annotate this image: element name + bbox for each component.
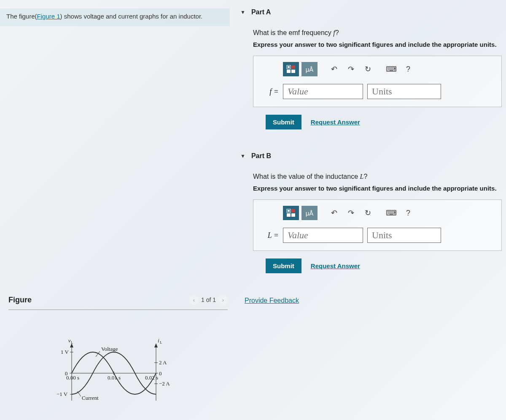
redo-icon[interactable]: ↷ [344,62,358,76]
svg-rect-34 [291,209,295,213]
keyboard-icon[interactable]: ⌨ [384,206,398,220]
part-b-answer-box: μÅ ↶ ↷ ↻ ⌨ ? L = [253,199,502,251]
svg-text:L: L [160,340,162,345]
svg-text:Current: Current [82,395,99,401]
figure-graph: v L i L 1 V 0 −1 V 2 A 0 −2 A 0.00 s 0.0… [46,337,186,409]
collapse-icon: ▼ [240,9,245,15]
prev-figure-button[interactable]: ‹ [189,295,199,304]
svg-text:Voltage: Voltage [101,346,118,352]
help-icon[interactable]: ? [401,62,415,76]
svg-text:0: 0 [159,370,162,377]
intro-text: The figure(Figure 1) shows voltage and c… [0,8,230,26]
reset-icon[interactable]: ↻ [361,62,375,76]
svg-rect-28 [288,66,290,68]
redo-icon[interactable]: ↷ [344,206,358,220]
reset-icon[interactable]: ↻ [361,206,375,220]
part-b-question: What is the value of the inductance L? [253,173,506,180]
part-b-value-input[interactable] [283,228,363,243]
undo-icon[interactable]: ↶ [327,62,341,76]
part-b-submit-button[interactable]: Submit [266,258,301,273]
svg-text:0.02 s: 0.02 s [145,374,158,381]
svg-text:L: L [71,340,73,345]
part-b-var-label: L = [262,231,279,240]
templates-button[interactable] [283,62,299,76]
undo-icon[interactable]: ↶ [327,206,341,220]
templates-button[interactable] [283,206,299,220]
provide-feedback-link[interactable]: Provide Feedback [245,297,299,304]
svg-text:−1 V: −1 V [57,391,68,397]
collapse-icon: ▼ [240,153,245,159]
svg-text:0.00 s: 0.00 s [66,374,79,381]
svg-rect-33 [288,210,290,212]
part-b-request-answer-link[interactable]: Request Answer [311,262,360,269]
next-figure-button[interactable]: › [218,295,228,304]
svg-text:0.01 s: 0.01 s [108,374,121,381]
svg-rect-31 [291,70,295,73]
figure-title: Figure [8,296,32,304]
svg-rect-29 [291,65,295,69]
part-a-submit-button[interactable]: Submit [266,115,301,129]
part-b-header[interactable]: ▼ Part B [240,144,506,162]
help-icon[interactable]: ? [401,206,415,220]
part-b-units-input[interactable] [367,228,441,243]
svg-text:2 A: 2 A [159,359,167,366]
svg-text:−2 A: −2 A [159,380,170,387]
units-button[interactable]: μÅ [301,206,318,220]
svg-rect-30 [287,70,291,73]
part-a-question: What is the emf frequency f? [253,29,506,37]
svg-text:i: i [158,337,159,344]
part-a-value-input[interactable] [283,84,363,99]
part-a-request-answer-link[interactable]: Request Answer [311,118,360,126]
part-a-instruction: Express your answer to two significant f… [253,41,506,48]
part-a-header[interactable]: ▼ Part A [240,0,506,19]
part-b-instruction: Express your answer to two significant f… [253,185,506,192]
svg-marker-3 [154,343,158,347]
figure-link[interactable]: Figure 1 [37,13,60,20]
keyboard-icon[interactable]: ⌨ [384,62,398,76]
part-a-answer-box: μÅ ↶ ↷ ↻ ⌨ ? f = [253,56,502,107]
figure-pager: ‹ 1 of 1 › [189,295,228,304]
svg-text:1 V: 1 V [61,349,69,355]
svg-rect-36 [291,213,295,217]
svg-rect-35 [287,213,291,217]
part-a-var-label: f = [262,87,279,96]
units-button[interactable]: μÅ [301,62,318,76]
part-a-units-input[interactable] [367,84,441,99]
